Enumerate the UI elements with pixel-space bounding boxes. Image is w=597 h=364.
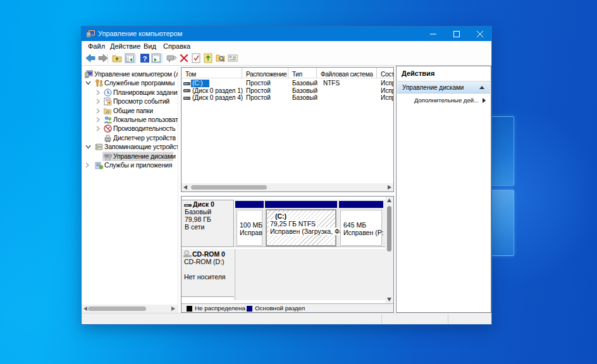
- svg-text:23: 23: [106, 110, 109, 114]
- svg-text:?: ?: [143, 55, 147, 63]
